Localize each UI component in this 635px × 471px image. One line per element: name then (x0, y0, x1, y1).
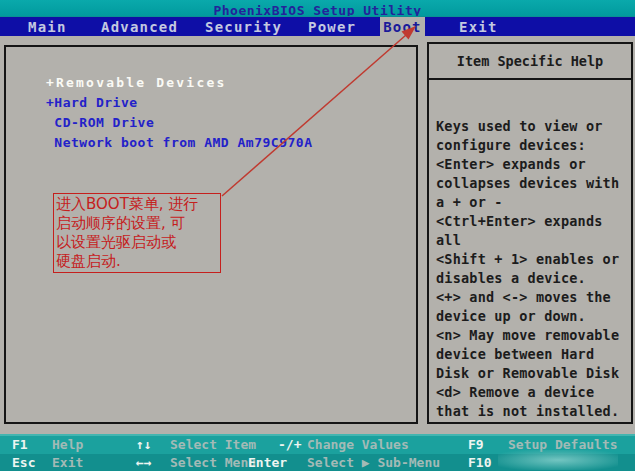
boot-device-list: +Removable Devices +Hard Drive CD-ROM Dr… (6, 47, 416, 153)
annotation-text: 硬盘启动. (56, 252, 218, 271)
help-line: <Enter> expands or (436, 155, 629, 174)
label-help: Help (52, 436, 83, 454)
help-line: <n> May move removable (436, 326, 629, 345)
help-line: Keys used to view or (436, 117, 629, 136)
boot-device-network-boot[interactable]: Network boot from AMD Am79C970A (46, 133, 416, 153)
help-line: <+> and <-> moves the (436, 288, 629, 307)
key-f9: F9 (468, 436, 484, 454)
help-panel-text: Keys used to view or configure devices: … (429, 80, 631, 421)
annotation-text: 以设置光驱启动或 (56, 233, 218, 252)
help-line: disables a device. (436, 269, 629, 288)
help-panel-title: Item Specific Help (429, 44, 631, 80)
help-line: <d> Remove a device (436, 383, 629, 402)
label-change-values: Change Values (307, 436, 409, 454)
label-exit: Exit (52, 454, 83, 471)
boot-device-cdrom-drive[interactable]: CD-ROM Drive (46, 113, 416, 133)
key-esc: Esc (12, 454, 35, 471)
label-select-menu: Select Menu (170, 454, 256, 471)
help-line: device between Hard (436, 345, 629, 364)
tab-exit[interactable]: Exit (459, 17, 498, 37)
key-f1: F1 (12, 436, 28, 454)
help-line: collapses devices with (436, 174, 629, 193)
item-specific-help-panel: Item Specific Help Keys used to view or … (427, 42, 633, 424)
boot-device-hard-drive[interactable]: +Hard Drive (46, 93, 416, 113)
bios-setup-screen: { "title_bar": { "title": "PhoenixBIOS S… (0, 0, 635, 471)
help-line: configure devices: (436, 136, 629, 155)
label-select-submenu: Select ▶ Sub-Menu (307, 454, 440, 471)
help-line: device up or down. (436, 307, 629, 326)
title-bar: PhoenixBIOS Setup Utility (0, 0, 635, 16)
tab-power[interactable]: Power (308, 17, 356, 37)
tab-advanced[interactable]: Advanced (101, 17, 178, 37)
key-f10: F10 (468, 454, 491, 471)
annotation-text: 启动顺序的设置, 可 (56, 214, 218, 233)
tab-boot[interactable]: Boot (380, 17, 425, 37)
key-minus-plus: -/+ (278, 436, 301, 454)
help-line: that is not installed. (436, 402, 629, 421)
help-line: Disk or Removable Disk (436, 364, 629, 383)
help-line: <Ctrl+Enter> expands (436, 212, 629, 231)
key-up-down-icon: ↑↓ (136, 436, 152, 454)
tab-security[interactable]: Security (205, 17, 282, 37)
help-line: all (436, 231, 629, 250)
key-enter: Enter (248, 454, 287, 471)
tab-main[interactable]: Main (28, 17, 67, 37)
erased-watermark-smudge (498, 450, 618, 470)
key-left-right-icon: ←→ (136, 454, 152, 471)
boot-device-removable-devices[interactable]: +Removable Devices (46, 73, 416, 93)
menu-bar: Main Advanced Security Power Boot Exit (0, 16, 635, 36)
help-line: <Shift + 1> enables or (436, 250, 629, 269)
annotation-note: 进入BOOT菜单, 进行 启动顺序的设置, 可 以设置光驱启动或 硬盘启动. (53, 193, 221, 273)
annotation-text: 进入BOOT菜单, 进行 (56, 195, 218, 214)
label-select-item: Select Item (170, 436, 256, 454)
help-line: a + or - (436, 193, 629, 212)
